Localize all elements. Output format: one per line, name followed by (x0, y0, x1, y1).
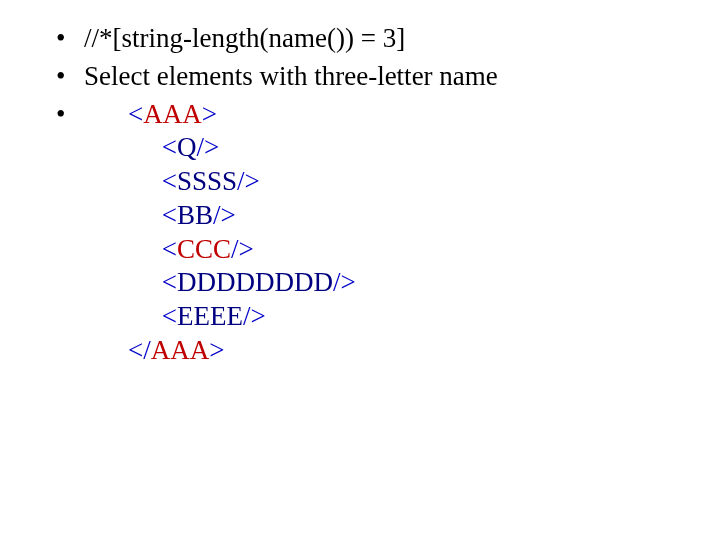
bullet-description-text: Select elements with three-letter name (84, 61, 498, 91)
xml-child-name: SSSS (177, 166, 237, 196)
xml-child-line: <SSSS/> (128, 165, 720, 199)
xml-child-line: <BB/> (128, 199, 720, 233)
bullet-description: Select elements with three-letter name (50, 60, 720, 94)
xml-child-line: <DDDDDDDD/> (128, 266, 720, 300)
xml-open-root: <AAA> (128, 98, 720, 132)
xml-child-name: CCC (177, 234, 231, 264)
xml-child-name: Q (177, 132, 197, 162)
xml-child-line: <CCC/> (128, 233, 720, 267)
xml-child-name: EEEE (177, 301, 243, 331)
xml-child-name: BB (177, 200, 213, 230)
bullet-xpath-text: //*[string-length(name()) = 3] (84, 23, 405, 53)
bullet-xpath: //*[string-length(name()) = 3] (50, 22, 720, 56)
xml-close-root: </AAA> (128, 334, 720, 368)
xml-code-block: <AAA> <Q/> <SSSS/> <BB/> <CCC/> <DDDDDDD… (128, 98, 720, 368)
bullet-list: //*[string-length(name()) = 3] Select el… (50, 22, 720, 94)
xml-child-line: <Q/> (128, 131, 720, 165)
xml-child-line: <EEEE/> (128, 300, 720, 334)
slide-content: //*[string-length(name()) = 3] Select el… (0, 0, 720, 368)
xml-root-name-open: AAA (143, 99, 202, 129)
xml-root-name-close: AAA (151, 335, 210, 365)
xml-child-name: DDDDDDDD (177, 267, 333, 297)
